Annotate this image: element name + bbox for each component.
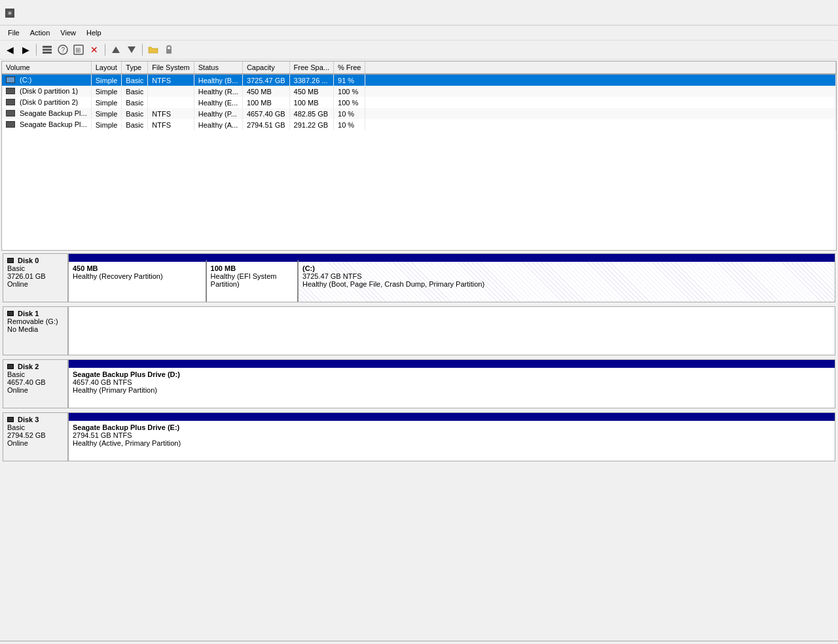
folder-button[interactable] bbox=[146, 43, 160, 57]
svg-rect-2 bbox=[43, 46, 52, 48]
no-media bbox=[69, 307, 835, 317]
toolbar-separator-3 bbox=[142, 44, 143, 56]
menu-action[interactable]: Action bbox=[25, 27, 56, 39]
partition-name: Seagate Backup Plus Drive (E:) bbox=[73, 423, 831, 431]
help-button[interactable]: ? bbox=[56, 43, 70, 57]
partitions-row: Seagate Backup Plus Drive (D:)4657.40 GB… bbox=[69, 365, 835, 408]
svg-text:?: ? bbox=[62, 46, 65, 54]
disk-header-bar bbox=[69, 254, 835, 259]
table-row[interactable]: (C:)SimpleBasicNTFSHealthy (B...3725.47 … bbox=[2, 74, 836, 86]
partition-name: 100 MB bbox=[211, 264, 293, 272]
disk-partitions-disk2: Seagate Backup Plus Drive (D:)4657.40 GB… bbox=[68, 359, 835, 408]
partitions-row: Seagate Backup Plus Drive (E:)2794.51 GB… bbox=[69, 418, 835, 461]
disk-icon bbox=[7, 311, 14, 316]
disk-row: Disk 3 Basic 2794.52 GB Online Seagate B… bbox=[3, 412, 835, 461]
disk-label-disk2: Disk 2 Basic 4657.40 GB Online bbox=[3, 359, 68, 408]
table-row[interactable]: (Disk 0 partition 1)SimpleBasicHealthy (… bbox=[2, 86, 836, 97]
col-status[interactable]: Status bbox=[194, 62, 242, 74]
col-capacity[interactable]: Capacity bbox=[242, 62, 289, 74]
disk-status: No Media bbox=[7, 325, 64, 333]
partition-disk0-p1[interactable]: 450 MBHealthy (Recovery Partition) bbox=[69, 259, 207, 302]
partition-status: Healthy (Primary Partition) bbox=[73, 386, 831, 394]
window-controls bbox=[742, 4, 833, 22]
properties-button[interactable]: ⊞ bbox=[71, 43, 86, 57]
volume-table-area: Volume Layout Type File System Status Ca… bbox=[1, 61, 837, 251]
disk-size: 3726.01 GB bbox=[7, 272, 64, 280]
col-layout[interactable]: Layout bbox=[91, 62, 122, 74]
table-row[interactable]: Seagate Backup Pl...SimpleBasicNTFSHealt… bbox=[2, 108, 836, 119]
down-button[interactable] bbox=[124, 43, 139, 57]
col-extra bbox=[365, 62, 836, 74]
col-percentfree[interactable]: % Free bbox=[334, 62, 365, 74]
partition-disk0-p2[interactable]: 100 MBHealthy (EFI System Partition) bbox=[207, 259, 299, 302]
list-button[interactable] bbox=[40, 43, 54, 57]
partition-size: 2794.51 GB NTFS bbox=[73, 431, 831, 439]
disk-name: Disk 3 bbox=[7, 416, 64, 423]
disk-type: Basic bbox=[7, 264, 64, 272]
svg-point-1 bbox=[9, 12, 12, 15]
partition-name: Seagate Backup Plus Drive (D:) bbox=[73, 370, 831, 378]
volume-table: Volume Layout Type File System Status Ca… bbox=[2, 62, 836, 130]
svg-text:⊞: ⊞ bbox=[75, 46, 81, 54]
partition-disk2-p1[interactable]: Seagate Backup Plus Drive (D:)4657.40 GB… bbox=[69, 365, 835, 408]
back-button[interactable]: ◀ bbox=[3, 43, 17, 57]
delete-button[interactable]: ✕ bbox=[87, 43, 101, 57]
disk-partitions-disk3: Seagate Backup Plus Drive (E:)2794.51 GB… bbox=[68, 412, 835, 461]
partition-disk3-p1[interactable]: Seagate Backup Plus Drive (E:)2794.51 GB… bbox=[69, 418, 835, 461]
menu-file[interactable]: File bbox=[3, 27, 25, 39]
partition-name: (C:) bbox=[302, 264, 831, 272]
toolbar-separator-2 bbox=[105, 44, 105, 56]
disk-type: Basic bbox=[7, 423, 64, 431]
svg-marker-10 bbox=[128, 46, 136, 53]
col-filesystem[interactable]: File System bbox=[148, 62, 194, 74]
disk-label-disk0: Disk 0 Basic 3726.01 GB Online bbox=[3, 253, 68, 302]
toolbar: ◀ ▶ ? ⊞ ✕ bbox=[0, 41, 838, 60]
disk-icon bbox=[7, 364, 14, 369]
disk-header-bar bbox=[69, 360, 835, 365]
disk-status: Online bbox=[7, 439, 64, 447]
disk-size: 4657.40 GB bbox=[7, 378, 64, 386]
lock-button[interactable] bbox=[162, 43, 176, 57]
title-bar bbox=[0, 0, 838, 26]
col-type[interactable]: Type bbox=[122, 62, 148, 74]
main-content: Volume Layout Type File System Status Ca… bbox=[0, 60, 838, 644]
disk-partitions-disk0: 450 MBHealthy (Recovery Partition)100 MB… bbox=[68, 253, 835, 302]
disk-row: Disk 0 Basic 3726.01 GB Online 450 MBHea… bbox=[3, 253, 835, 302]
svg-rect-3 bbox=[43, 49, 52, 51]
disk-area: Disk 0 Basic 3726.01 GB Online 450 MBHea… bbox=[0, 252, 838, 641]
toolbar-separator-1 bbox=[36, 44, 37, 56]
disk-size: 2794.52 GB bbox=[7, 431, 64, 439]
disk-name: Disk 2 bbox=[7, 363, 64, 370]
partition-disk0-p3[interactable]: (C:)3725.47 GB NTFSHealthy (Boot, Page F… bbox=[299, 259, 835, 302]
close-button[interactable] bbox=[803, 4, 833, 22]
menu-bar: File Action View Help bbox=[0, 26, 838, 41]
svg-rect-11 bbox=[166, 49, 172, 54]
disk-header-bar bbox=[69, 413, 835, 418]
forward-button[interactable]: ▶ bbox=[18, 43, 33, 57]
partition-status: Healthy (EFI System Partition) bbox=[211, 272, 293, 288]
menu-view[interactable]: View bbox=[55, 27, 81, 39]
disk-row: Disk 1 Removable (G:) No Media bbox=[3, 306, 835, 355]
minimize-button[interactable] bbox=[742, 4, 773, 22]
table-row[interactable]: (Disk 0 partition 2)SimpleBasicHealthy (… bbox=[2, 97, 836, 108]
disk-name: Disk 0 bbox=[7, 257, 64, 264]
disk-type: Removable (G:) bbox=[7, 317, 64, 325]
partition-name: 450 MB bbox=[73, 264, 202, 272]
disk-type: Basic bbox=[7, 370, 64, 378]
col-freespace[interactable]: Free Spa... bbox=[289, 62, 333, 74]
disk-name: Disk 1 bbox=[7, 310, 64, 317]
partitions-row: 450 MBHealthy (Recovery Partition)100 MB… bbox=[69, 259, 835, 302]
menu-help[interactable]: Help bbox=[81, 27, 107, 39]
disk-label-disk1: Disk 1 Removable (G:) No Media bbox=[3, 306, 68, 355]
col-volume[interactable]: Volume bbox=[2, 62, 91, 74]
legend: Unallocated Primary partition bbox=[0, 641, 838, 644]
maximize-button[interactable] bbox=[773, 4, 803, 22]
disk-label-disk3: Disk 3 Basic 2794.52 GB Online bbox=[3, 412, 68, 461]
disk-status: Online bbox=[7, 386, 64, 394]
partition-status: Healthy (Boot, Page File, Crash Dump, Pr… bbox=[302, 280, 831, 288]
partition-status: Healthy (Active, Primary Partition) bbox=[73, 439, 831, 447]
disk-row: Disk 2 Basic 4657.40 GB Online Seagate B… bbox=[3, 359, 835, 408]
up-button[interactable] bbox=[109, 43, 123, 57]
app-icon bbox=[5, 9, 14, 18]
table-row[interactable]: Seagate Backup Pl...SimpleBasicNTFSHealt… bbox=[2, 119, 836, 130]
